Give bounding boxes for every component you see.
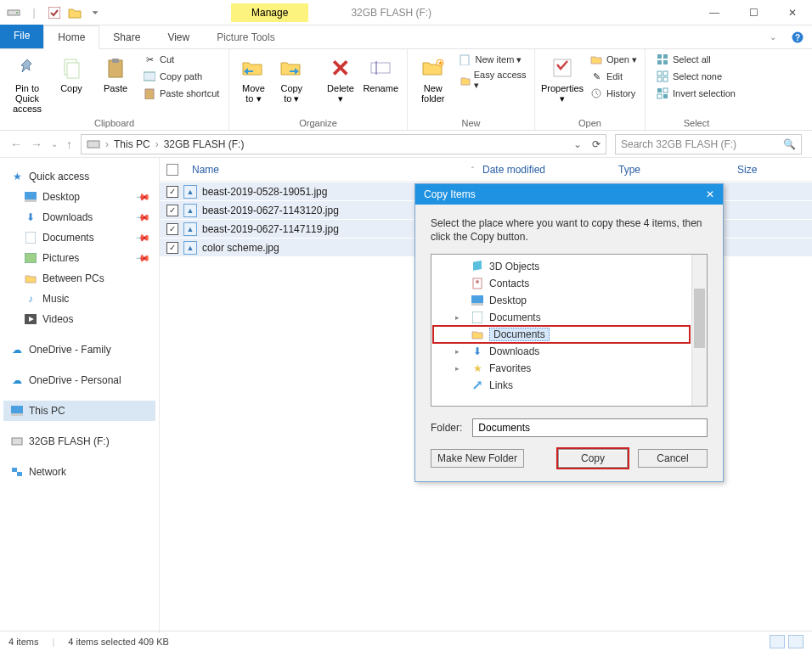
invert-label: Invert selection [673, 88, 736, 98]
copy-confirm-button[interactable]: Copy [558, 449, 628, 468]
help-icon[interactable]: ? [783, 31, 812, 43]
properties-check-icon[interactable] [46, 4, 63, 21]
file-checkbox[interactable]: ✓ [166, 242, 178, 254]
paste-button[interactable]: Paste [95, 53, 136, 95]
select-none-button[interactable]: Select none [656, 70, 736, 83]
rename-button[interactable]: Rename [361, 53, 400, 95]
copy-to-button[interactable]: Copy to ▾ [274, 53, 309, 105]
tree-3d-objects[interactable]: 3D Objects [433, 258, 690, 275]
sidebar-onedrive-personal[interactable]: ☁OneDrive - Personal [3, 370, 155, 390]
sidebar-network[interactable]: Network [3, 462, 155, 482]
file-checkbox[interactable]: ✓ [166, 205, 178, 216]
sidebar-this-pc[interactable]: This PC [3, 401, 155, 421]
ribbon-chevron-icon[interactable]: ⌄ [763, 32, 783, 42]
drive-icon [10, 435, 24, 448]
tree-desktop[interactable]: Desktop [433, 292, 690, 309]
delete-button[interactable]: ✕ Delete ▾ [324, 53, 358, 105]
select-group: Select all Select none Invert selection … [646, 49, 747, 130]
share-tab[interactable]: Share [99, 26, 154, 48]
sidebar-desktop[interactable]: Desktop📌 [3, 187, 155, 207]
expand-icon[interactable]: ▸ [455, 313, 460, 322]
breadcrumb-this-pc[interactable]: This PC [114, 138, 150, 150]
sidebar-pictures[interactable]: Pictures📌 [3, 248, 155, 268]
qat-dropdown-icon[interactable]: ⏷ [87, 4, 104, 21]
col-type[interactable]: Type [618, 164, 729, 176]
minimize-button[interactable]: — [695, 0, 734, 25]
tree-favorites[interactable]: ▸★Favorites [433, 360, 690, 377]
expand-icon[interactable]: ▸ [455, 364, 460, 373]
folder-tree[interactable]: 3D Objects Contacts Desktop ▸Documents D… [431, 254, 708, 407]
up-button[interactable]: ↑ [66, 137, 72, 151]
pin-quick-access-button[interactable]: Pin to Quick access [7, 53, 48, 115]
make-new-folder-button[interactable]: Make New Folder [431, 449, 524, 468]
sidebar-onedrive-family[interactable]: ☁OneDrive - Family [3, 340, 155, 360]
paste-shortcut-button[interactable]: Paste shortcut [143, 87, 219, 100]
select-all-checkbox[interactable] [166, 164, 178, 176]
new-folder-button[interactable]: ★ New folder [414, 53, 451, 105]
properties-button[interactable]: Properties ▾ [542, 53, 583, 105]
sidebar-music[interactable]: ♪Music [3, 289, 155, 309]
folder-input[interactable] [472, 418, 708, 437]
back-button[interactable]: ← [10, 137, 22, 151]
large-icons-view-button[interactable] [788, 635, 804, 648]
col-date[interactable]: Date modified [482, 164, 610, 176]
manage-tab[interactable]: Manage [231, 3, 308, 22]
close-button[interactable]: ✕ [773, 0, 812, 25]
file-tab[interactable]: File [0, 25, 43, 48]
3d-icon [471, 260, 484, 273]
sidebar-quick-access[interactable]: ★Quick access [3, 166, 155, 187]
picture-tools-tab[interactable]: Picture Tools [203, 26, 288, 48]
home-tab[interactable]: Home [43, 25, 99, 49]
scrollbar-thumb[interactable] [694, 289, 705, 348]
dialog-buttons: Make New Folder Copy Cancel [431, 449, 708, 468]
dialog-close-button[interactable]: ✕ [706, 188, 714, 200]
cut-button[interactable]: ✂Cut [143, 53, 219, 66]
sidebar-downloads[interactable]: ⬇Downloads📌 [3, 207, 155, 227]
rename-icon [367, 54, 394, 81]
image-file-icon: ▲ [183, 241, 197, 255]
properties-label: Properties ▾ [541, 83, 584, 104]
folder-icon[interactable] [66, 4, 83, 21]
col-size[interactable]: Size [737, 164, 805, 176]
easy-access-label: Easy access ▾ [474, 70, 527, 91]
invert-selection-button[interactable]: Invert selection [656, 87, 736, 100]
tree-documents-selected[interactable]: Documents [433, 326, 690, 343]
recent-dropdown[interactable]: ⌄ [51, 139, 58, 149]
sidebar-between-pcs[interactable]: Between PCs [3, 268, 155, 289]
file-checkbox[interactable]: ✓ [166, 223, 178, 235]
history-button[interactable]: History [589, 87, 637, 100]
tree-downloads[interactable]: ▸⬇Downloads [433, 343, 690, 360]
expand-icon[interactable]: ▸ [455, 347, 460, 356]
tree-links[interactable]: Links [433, 377, 690, 394]
easy-access-button[interactable]: Easy access ▾ [458, 70, 527, 91]
sidebar-documents[interactable]: Documents📌 [3, 227, 155, 248]
refresh-button[interactable]: ⟳ [592, 138, 601, 150]
address-bar[interactable]: › This PC › 32GB FLASH (F:) ⌄ ⟳ [81, 134, 606, 154]
open-button[interactable]: Open ▾ [589, 53, 637, 66]
sidebar-videos[interactable]: Videos [3, 309, 155, 329]
svg-rect-11 [371, 63, 390, 73]
maximize-button[interactable]: ☐ [734, 0, 773, 25]
copy-path-button[interactable]: Copy path [143, 70, 219, 83]
forward-button[interactable]: → [31, 137, 42, 151]
cancel-button[interactable]: Cancel [638, 449, 708, 468]
new-item-button[interactable]: New item ▾ [458, 53, 527, 66]
tree-contacts[interactable]: Contacts [433, 275, 690, 292]
sidebar-drive[interactable]: 32GB FLASH (F:) [3, 431, 155, 452]
copy-button[interactable]: Copy [51, 53, 92, 95]
tree-scrollbar[interactable] [691, 255, 707, 406]
select-all-button[interactable]: Select all [656, 53, 736, 66]
edit-button[interactable]: ✎Edit [589, 70, 637, 83]
breadcrumb-dropdown-icon[interactable]: ⌄ [573, 138, 582, 150]
file-checkbox[interactable]: ✓ [166, 186, 178, 198]
breadcrumb-drive[interactable]: 32GB FLASH (F:) [164, 138, 245, 150]
svg-rect-22 [657, 71, 662, 76]
search-box[interactable]: Search 32GB FLASH (F:) 🔍 [615, 134, 802, 154]
documents-icon [24, 231, 37, 244]
tree-documents[interactable]: ▸Documents [433, 309, 690, 326]
details-view-button[interactable] [770, 635, 785, 648]
move-to-button[interactable]: Move to ▾ [236, 53, 271, 105]
downloads-icon: ⬇ [471, 345, 484, 358]
desktop-icon [471, 294, 484, 307]
view-tab[interactable]: View [154, 26, 203, 48]
